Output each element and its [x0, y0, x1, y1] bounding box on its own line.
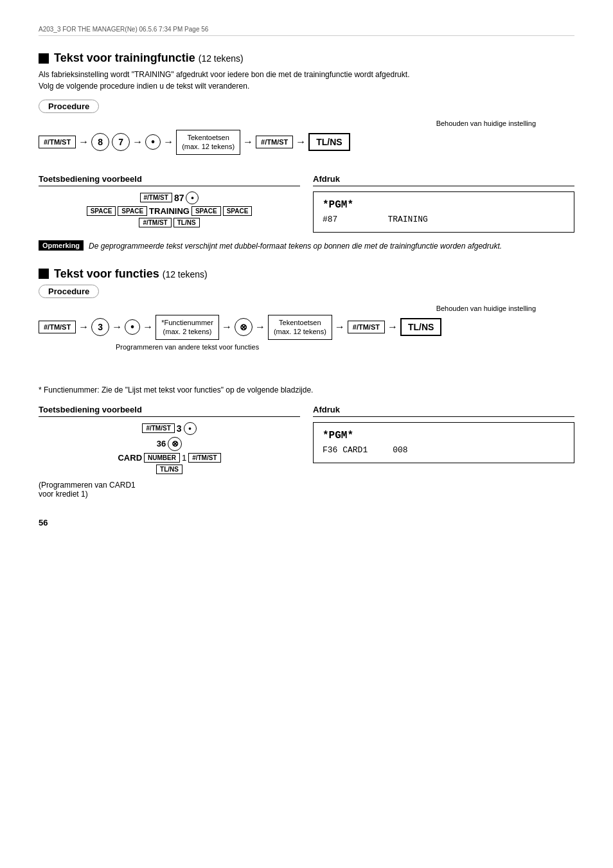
key-space-3: SPACE: [191, 206, 221, 216]
print-line-2b: F36 CARD1 008: [323, 444, 565, 457]
header-text: A203_3 FOR THE MANAGER(Ne) 06.5.6 7:34 P…: [39, 26, 208, 33]
section1-title: Tekst voor trainingfunctie (12 tekens): [39, 51, 574, 65]
key-dot-2: •: [184, 422, 197, 435]
flow-tekentoetsen-1: Tekentoetsen (max. 12 tekens): [176, 130, 240, 155]
flow-num-7: 7: [112, 133, 130, 151]
key-row-1b: SPACE SPACE TRAINING SPACE SPACE: [87, 206, 253, 216]
key-3: 3: [177, 423, 182, 434]
key-36: 36: [157, 439, 166, 448]
opmerking-badge: Opmerking: [39, 240, 84, 251]
key-row-2a: #/TM/ST 3 •: [142, 422, 196, 435]
section2: Tekst voor functies (12 tekens) Procedur…: [39, 267, 574, 499]
key-cross-2: ⊗: [168, 437, 182, 451]
page-number: 56: [39, 518, 574, 527]
section1-subtitle: (12 tekens): [199, 53, 244, 64]
flow-box-tmst-1: #/TM/ST: [39, 136, 76, 148]
flow-dot-1: •: [145, 134, 161, 150]
page-header: A203_3 FOR THE MANAGER(Ne) 06.5.6 7:34 P…: [39, 26, 574, 36]
key-tlns-1: TL/NS: [173, 218, 200, 227]
toets-col-2: Toetsbediening voorbeeld #/TM/ST 3 • 36 …: [39, 405, 300, 499]
key-tmst-4: #/TM/ST: [188, 453, 220, 463]
key-tlns-2: TL/NS: [156, 465, 182, 474]
section1-intro: Als fabrieksinstelling wordt "TRAINING" …: [39, 69, 574, 92]
key-space-4: SPACE: [223, 206, 253, 216]
flow-num-8: 8: [91, 133, 109, 151]
toets-col-1: Toetsbediening voorbeeld #/TM/ST 87 • SP…: [39, 174, 300, 233]
two-col-1: Toetsbediening voorbeeld #/TM/ST 87 • SP…: [39, 174, 574, 233]
prog-note-line1: (Programmeren van CARD1: [39, 481, 300, 490]
arrow-11: →: [335, 322, 345, 332]
section2-title: Tekst voor functies (12 tekens): [39, 267, 574, 281]
print-line-1b: #87 TRAINING: [323, 213, 565, 227]
section2-subtitle: (12 tekens): [163, 269, 208, 279]
arrow-2: →: [132, 137, 143, 147]
arrow-5: →: [296, 137, 306, 147]
flow-tl-1: TL/NS: [308, 133, 350, 151]
flow-num-3: 3: [91, 318, 109, 336]
behouden-label-1: Behouden van huidige instelling: [39, 120, 574, 127]
key-tmst-3: #/TM/ST: [142, 423, 174, 433]
black-square-icon-2: [39, 269, 49, 279]
print-line-2a: *PGM*: [323, 428, 565, 445]
key-1: 1: [182, 453, 186, 463]
flow-row-1: #/TM/ST → 8 7 → • → Tekentoetsen (max. 1…: [39, 130, 574, 155]
key-space-1: SPACE: [87, 206, 116, 216]
arrow-6: →: [78, 322, 89, 332]
print-sample-2: *PGM* F36 CARD1 008: [313, 422, 574, 463]
key-row-1a: #/TM/ST 87 •: [140, 191, 199, 204]
flow-diagram-2: Behouden van huidige instelling #/TM/ST …: [39, 305, 574, 366]
key-row-2c: CARD NUMBER 1 #/TM/ST: [118, 453, 220, 463]
toets-label-1: Toetsbediening voorbeeld: [39, 174, 300, 186]
arrow-10: →: [255, 322, 265, 332]
key-space-2: SPACE: [118, 206, 147, 216]
key-sequence-1: #/TM/ST 87 • SPACE SPACE TRAINING SPACE …: [39, 191, 300, 227]
footnote-2: * Functienummer: Zie de "Lijst met tekst…: [39, 385, 574, 394]
flow-box-tmst-2: #/TM/ST: [256, 136, 293, 148]
section1: Tekst voor trainingfunctie (12 tekens) A…: [39, 51, 574, 252]
section1-title-text: Tekst voor trainingfunctie (12 tekens): [54, 51, 244, 65]
flow-dot-2: •: [125, 319, 140, 335]
key-tmst-2: #/TM/ST: [139, 218, 171, 227]
afdruk-col-2: Afdruk *PGM* F36 CARD1 008: [313, 405, 574, 499]
flow-box-tmst-3: #/TM/ST: [39, 321, 76, 333]
flow-diagram-1: Behouden van huidige instelling #/TM/ST …: [39, 120, 574, 155]
key-row-2d: TL/NS: [156, 465, 182, 474]
key-card: CARD: [118, 453, 142, 463]
arrow-4: →: [243, 137, 253, 147]
flow-tl-2: TL/NS: [400, 318, 441, 336]
key-row-1c: #/TM/ST TL/NS: [139, 218, 199, 227]
arrow-12: →: [387, 322, 398, 332]
print-line-1a: *PGM*: [323, 197, 565, 214]
key-87: 87: [174, 193, 184, 203]
behouden-label-2: Behouden van huidige instelling: [39, 305, 574, 312]
prog-note: (Programmeren van CARD1 voor krediet 1): [39, 481, 300, 499]
afdruk-label-1: Afdruk: [313, 174, 574, 186]
key-row-2b: 36 ⊗: [157, 437, 182, 451]
flow-functienummer: *Functienummer (max. 2 tekens): [155, 315, 219, 340]
afdruk-col-1: Afdruk *PGM* #87 TRAINING: [313, 174, 574, 233]
arrow-1: →: [78, 137, 89, 147]
arrow-3: →: [163, 137, 173, 147]
opmerking-text: De geprogrammeerde tekst verschijnt met …: [89, 240, 502, 252]
prog-note-line2: voor krediet 1): [39, 490, 300, 499]
afdruk-label-2: Afdruk: [313, 405, 574, 417]
toets-label-2: Toetsbediening voorbeeld: [39, 405, 300, 417]
section2-title-text: Tekst voor functies (12 tekens): [54, 267, 208, 281]
procedure-badge-1: Procedure: [39, 100, 99, 113]
flow-tekentoetsen-2: Tekentoetsen (max. 12 tekens): [268, 315, 332, 340]
two-col-2: Toetsbediening voorbeeld #/TM/ST 3 • 36 …: [39, 405, 574, 499]
flow-cross: ⊗: [235, 318, 253, 336]
key-number: NUMBER: [144, 453, 180, 463]
arrow-7: →: [112, 322, 122, 332]
arrow-9: →: [222, 322, 232, 332]
opmerking-box: Opmerking De geprogrammeerde tekst versc…: [39, 240, 574, 252]
procedure-badge-2: Procedure: [39, 285, 99, 298]
print-sample-1: *PGM* #87 TRAINING: [313, 191, 574, 233]
key-tmst-1: #/TM/ST: [140, 193, 172, 202]
flow-box-tmst-4: #/TM/ST: [348, 321, 385, 333]
programmeren-label: Programmeren van andere tekst voor funct…: [116, 343, 574, 351]
key-training: TRAINING: [149, 206, 190, 216]
flow-row-2: #/TM/ST → 3 → • → *Functienummer (max. 2…: [39, 315, 574, 340]
arrow-8: →: [143, 322, 153, 332]
key-sequence-2: #/TM/ST 3 • 36 ⊗ CARD NUMBER 1 #/TM/ST T…: [39, 422, 300, 474]
